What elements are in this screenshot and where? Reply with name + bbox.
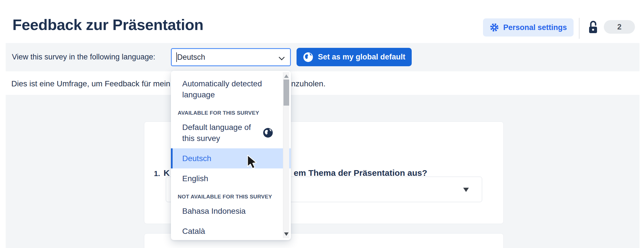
personal-settings-label: Personal settings <box>503 23 567 32</box>
select-caret-icon <box>463 188 469 192</box>
dropdown-item-label: Bahasa Indonesia <box>182 207 246 215</box>
language-bar: View this survey in the following langua… <box>6 43 639 71</box>
survey-description-right: nzuholen. <box>291 79 325 88</box>
set-global-default-label: Set as my global default <box>318 53 405 61</box>
response-count-value: 2 <box>617 23 621 31</box>
text-caret <box>176 52 177 62</box>
dropdown-option-deutsch[interactable]: Deutsch <box>171 148 291 168</box>
dropdown-option-bahasa-indonesia[interactable]: Bahasa Indonesia <box>171 201 291 221</box>
dropdown-item-label: AVAILABLE FOR THIS SURVEY <box>178 110 259 116</box>
dropdown-item-label: English <box>182 174 208 183</box>
language-dropdown-list: Automatically detected languageAVAILABLE… <box>171 74 291 240</box>
dropdown-item-label: Default language of this survey <box>182 123 251 143</box>
language-select[interactable]: Deutsch <box>171 48 291 66</box>
unlock-icon <box>587 20 599 33</box>
scrollbar-thumb[interactable] <box>284 80 289 106</box>
dropdown-item-label: Català <box>182 227 205 236</box>
personal-settings-button[interactable]: Personal settings <box>483 18 574 37</box>
dropdown-scrollbar[interactable] <box>283 72 289 238</box>
globe-icon <box>303 52 314 63</box>
page-title: Feedback zur Präsentation <box>12 16 203 33</box>
header-divider <box>579 18 579 39</box>
content-area: 1. K em Thema der Präsentation aus? <box>6 95 639 248</box>
dropdown-option-english[interactable]: English <box>171 168 291 189</box>
language-bar-label: View this survey in the following langua… <box>12 53 155 61</box>
globe-icon <box>263 127 273 138</box>
description-row: Dies ist eine Umfrage, um Feedback für m… <box>0 71 644 95</box>
set-global-default-button[interactable]: Set as my global default <box>297 48 412 66</box>
dropdown-item-label: Automatically detected language <box>182 79 262 99</box>
dropdown-item-label: Deutsch <box>182 154 211 163</box>
dropdown-item-label: NOT AVAILABLE FOR THIS SURVEY <box>178 194 272 200</box>
survey-description-left: Dies ist eine Umfrage, um Feedback für m… <box>11 79 170 88</box>
dropdown-section-header-available-for-this-survey: AVAILABLE FOR THIS SURVEY <box>171 110 291 116</box>
dropdown-option-default-language-of-this-survey[interactable]: Default language of this survey <box>171 117 291 148</box>
question-text-right: em Thema der Präsentation aus? <box>294 168 427 178</box>
page: Feedback zur Präsentation Personal setti… <box>0 0 644 248</box>
scroll-up-icon[interactable] <box>284 74 289 78</box>
question-number: 1. <box>154 169 160 178</box>
dropdown-option-automatically-detected-language[interactable]: Automatically detected language <box>171 74 291 105</box>
language-dropdown: Automatically detected languageAVAILABLE… <box>171 71 291 240</box>
question-text-left: K <box>164 168 170 178</box>
dropdown-section-header-not-available-for-this-survey: NOT AVAILABLE FOR THIS SURVEY <box>171 194 291 200</box>
response-count-badge: 2 <box>604 20 635 34</box>
gear-icon <box>490 23 499 32</box>
scroll-down-icon[interactable] <box>284 232 289 236</box>
chevron-down-icon <box>279 54 285 60</box>
dropdown-option-catal[interactable]: Català <box>171 221 291 240</box>
language-select-value: Deutsch <box>177 53 205 62</box>
